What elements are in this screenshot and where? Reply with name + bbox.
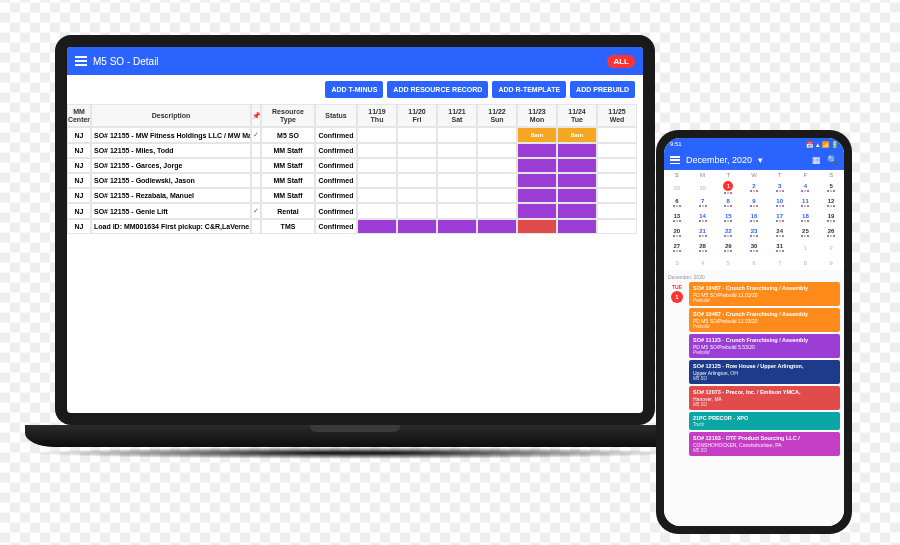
month-label[interactable]: December, 2020 [686,155,752,165]
cell[interactable]: Confirmed [315,158,357,173]
calendar-day[interactable]: 19 [818,210,844,225]
calendar-day[interactable]: 25 [793,225,819,240]
cell[interactable] [597,158,637,173]
calendar-day[interactable]: 2 [818,240,844,255]
calendar-day[interactable]: 17 [767,210,793,225]
cell[interactable]: Confirmed [315,219,357,234]
cell[interactable] [557,173,597,188]
cell[interactable]: 8am [557,127,597,143]
agenda-card[interactable]: SO# 12073 - Precor, Inc. / Emilson YMCA,… [689,386,840,410]
all-badge[interactable]: ALL [607,55,635,68]
cell[interactable] [357,188,397,203]
cell[interactable] [517,158,557,173]
cell[interactable] [597,188,637,203]
cell[interactable] [517,188,557,203]
cell[interactable] [437,143,477,158]
search-icon[interactable]: 🔍 [827,155,838,165]
cell[interactable] [251,203,261,219]
cell[interactable]: MM Staff [261,158,315,173]
cell[interactable]: NJ [67,188,91,203]
calendar-day[interactable]: 21 [690,225,716,240]
calendar-day[interactable]: 5 [715,255,741,270]
cell[interactable]: SO# 12155 - Godlewski, Jason [91,173,251,188]
cell[interactable]: 8am [517,127,557,143]
calendar-day[interactable]: 5 [818,180,844,195]
cell[interactable] [477,158,517,173]
calendar-day[interactable]: 7 [690,195,716,210]
cell[interactable]: NJ [67,173,91,188]
cell[interactable] [517,143,557,158]
calendar-day[interactable]: 7 [767,255,793,270]
calendar-day[interactable]: 26 [818,225,844,240]
cell[interactable]: SO# 12155 - Rezabala, Manuel [91,188,251,203]
cell[interactable] [477,219,517,234]
calendar-day[interactable]: 30 [741,240,767,255]
agenda-list[interactable]: December, 2020 TUE 1 SO# 10487 - Crunch … [664,270,844,526]
cell[interactable] [437,188,477,203]
calendar-day[interactable]: 22 [715,225,741,240]
calendar-day[interactable]: 24 [767,225,793,240]
cell[interactable] [357,158,397,173]
cell[interactable] [437,203,477,219]
cell[interactable] [597,173,637,188]
cell[interactable] [517,219,557,234]
cell[interactable]: MM Staff [261,143,315,158]
cell[interactable]: NJ [67,158,91,173]
calendar-day[interactable]: 8 [793,255,819,270]
agenda-card[interactable]: SO# 10487 - Crunch Franchising / Assembl… [689,308,840,332]
cell[interactable] [557,158,597,173]
calendar-day[interactable]: 18 [793,210,819,225]
toolbar-btn-3[interactable]: ADD PREBUILD [570,81,635,98]
cell[interactable] [437,158,477,173]
cell[interactable] [597,143,637,158]
calendar-day[interactable]: 4 [793,180,819,195]
menu-icon[interactable] [75,56,87,66]
chevron-down-icon[interactable]: ▾ [758,155,763,165]
calendar-day[interactable]: 1 [793,240,819,255]
calendar-day[interactable]: 3 [767,180,793,195]
cell[interactable] [477,143,517,158]
cell[interactable] [477,203,517,219]
calendar-day[interactable]: 20 [664,225,690,240]
cell[interactable] [357,203,397,219]
cell[interactable] [557,219,597,234]
cell[interactable] [557,143,597,158]
cell[interactable] [397,143,437,158]
cell[interactable] [397,219,437,234]
cell[interactable]: NJ [67,127,91,143]
calendar-day[interactable]: 12 [818,195,844,210]
cell[interactable] [397,127,437,143]
cell[interactable] [357,219,397,234]
calendar-day[interactable]: 15 [715,210,741,225]
calendar-day[interactable]: 31 [767,240,793,255]
cell[interactable]: Confirmed [315,203,357,219]
cell[interactable]: TMS [261,219,315,234]
cell[interactable] [437,219,477,234]
calendar-day[interactable]: 23 [741,225,767,240]
cell[interactable]: MM Staff [261,173,315,188]
cell[interactable] [397,173,437,188]
calendar-day[interactable]: 2 [741,180,767,195]
cell[interactable]: SO# 12155 - Genie Lift [91,203,251,219]
calendar-grid[interactable]: 2930123456789101112131415161718192021222… [664,180,844,270]
cell[interactable]: SO# 12155 - MW Fitness Holdings LLC / MW… [91,127,251,143]
calendar-day[interactable]: 29 [715,240,741,255]
cell[interactable] [517,203,557,219]
cell[interactable] [477,188,517,203]
calendar-day[interactable]: 13 [664,210,690,225]
cell[interactable] [251,219,261,234]
calendar-day[interactable]: 6 [741,255,767,270]
calendar-day[interactable]: 4 [690,255,716,270]
cell[interactable] [251,173,261,188]
cell[interactable] [477,173,517,188]
cell[interactable] [357,173,397,188]
cell[interactable] [477,127,517,143]
calendar-day[interactable]: 16 [741,210,767,225]
calendar-day[interactable]: 1 [715,180,741,195]
calendar-day[interactable]: 10 [767,195,793,210]
cell[interactable] [597,203,637,219]
cell[interactable] [251,127,261,143]
cell[interactable]: NJ [67,143,91,158]
cell[interactable] [357,127,397,143]
cell[interactable]: Confirmed [315,127,357,143]
